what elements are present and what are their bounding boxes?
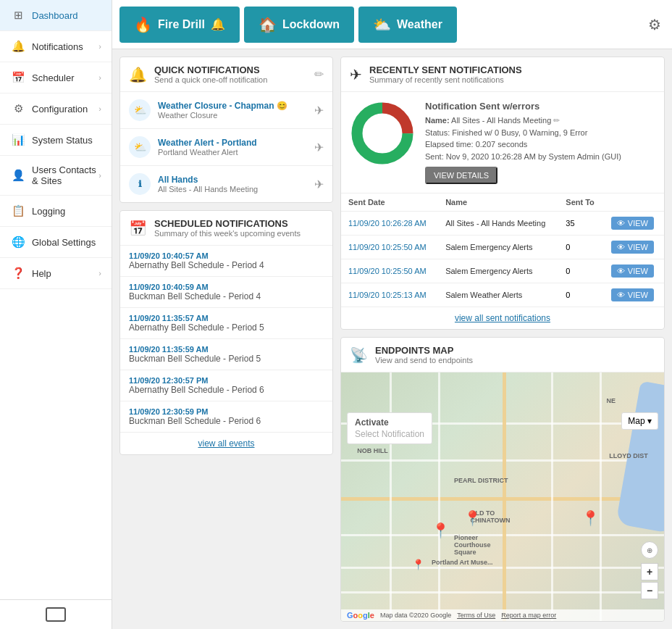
sched-item-2[interactable]: 11/09/20 10:40:59 AM Buckman Bell Schedu… — [120, 277, 332, 308]
sched-time-6: 11/09/20 12:30:59 PM — [129, 407, 324, 416]
col-sent-date: Sent Date — [341, 193, 438, 212]
view-all-sent-link[interactable]: view all sent notifications — [341, 307, 664, 329]
chevron-right-icon: › — [98, 269, 101, 278]
weather-label: Weather — [397, 18, 442, 31]
sched-item-3[interactable]: 11/09/20 11:35:57 AM Abernathy Bell Sche… — [120, 308, 332, 339]
sidebar-item-system-status[interactable]: 📊 System Status — [0, 125, 112, 156]
row4-action: 👁 VIEW — [604, 283, 664, 307]
terms-link[interactable]: Terms of Use — [457, 612, 495, 619]
user-icon: 👤 — [10, 169, 26, 182]
map-data-label: Map data ©2020 Google — [380, 612, 451, 619]
recently-sent-header: ✈ RECENTLY SENT NOTIFICATIONS Summary of… — [341, 57, 664, 92]
row4-name: Salem Weather Alerts — [438, 283, 558, 307]
donut-chart — [350, 101, 415, 166]
map-type-button[interactable]: Map ▾ — [621, 412, 658, 430]
sched-item-6[interactable]: 11/09/20 12:30:59 PM Buckman Bell Schedu… — [120, 401, 332, 433]
settings-gear-button[interactable]: ⚙ — [644, 12, 665, 37]
right-column: ✈ RECENTLY SENT NOTIFICATIONS Summary of… — [340, 57, 665, 622]
monitor-icon — [46, 607, 66, 622]
sidebar-item-label: Users Contacts & Sites — [32, 164, 98, 186]
send-icon-3[interactable]: ✈ — [314, 178, 324, 191]
sidebar-item-notifications[interactable]: 🔔 Notifications › — [0, 31, 112, 62]
map-pin-orange[interactable]: 📍 — [463, 509, 482, 527]
map-pin-green-2[interactable]: 📍 — [581, 509, 600, 527]
main-content: 🔥 Fire Drill 🔔 🏠 Lockdown ⛅ Weather ⚙ 🔔 … — [112, 0, 672, 629]
sent-summary-section: Notification Sent w/errors Name: All Sit… — [341, 92, 664, 193]
row1-name: All Sites - All Hands Meeting — [438, 212, 558, 236]
sidebar-item-scheduler[interactable]: 📅 Scheduler › — [0, 62, 112, 93]
quick-notif-text-3: All Hands All Sites - All Hands Meeting — [158, 175, 314, 193]
zoom-out-button[interactable]: − — [641, 582, 658, 599]
sent-name-text: All Sites - All Hands Meeting — [451, 116, 551, 125]
compass-button[interactable]: ⊕ — [641, 541, 658, 559]
scheduled-notifications-card: 📅 SCHEDULED NOTIFICATIONS Summary of thi… — [119, 210, 333, 455]
view-button-3[interactable]: 👁 VIEW — [611, 264, 654, 278]
view-details-button[interactable]: VIEW DETAILS — [425, 167, 497, 184]
quick-notif-title-3: All Hands — [158, 175, 314, 185]
report-link[interactable]: Report a map error — [501, 612, 556, 619]
quick-notif-item-3[interactable]: ℹ All Hands All Sites - All Hands Meetin… — [120, 166, 332, 202]
quick-notif-title-2: Weather Alert - Portland — [158, 138, 314, 148]
lockdown-button[interactable]: 🏠 Lockdown — [244, 7, 354, 43]
recently-sent-subtitle: Summary of recently sent notifications — [369, 75, 655, 84]
edit-name-icon[interactable]: ✏ — [553, 116, 560, 125]
calendar-icon: 📅 — [10, 71, 26, 84]
quick-notif-sub-1: Weather Closure — [158, 111, 314, 120]
google-logo: Google — [347, 611, 374, 620]
sidebar-item-configuration[interactable]: ⚙ Configuration › — [0, 93, 112, 125]
map-activate-overlay: Activate Select Notification — [347, 412, 432, 444]
col-name: Name — [438, 193, 558, 212]
fire-drill-label: Fire Drill — [158, 18, 205, 31]
sidebar-item-label: Notifications — [32, 41, 98, 52]
sched-item-5[interactable]: 11/09/20 12:30:57 PM Abernathy Bell Sche… — [120, 370, 332, 401]
sent-status-row: Status: Finished w/ 0 Busy, 0 Warning, 9… — [425, 127, 655, 139]
map-label-art-museum: Portland Art Muse... — [432, 559, 493, 566]
sent-notifications-table: Sent Date Name Sent To 11/09/20 10:26:28… — [341, 193, 664, 307]
table-row: 11/09/20 10:25:13 AM Salem Weather Alert… — [341, 283, 664, 307]
view-button-4[interactable]: 👁 VIEW — [611, 288, 654, 301]
sidebar-item-label: System Status — [32, 135, 101, 146]
map-pin-green-3[interactable]: 📍 — [412, 559, 424, 570]
row2-date: 11/09/20 10:25:50 AM — [341, 236, 438, 259]
sched-name-1: Abernathy Bell Schedule - Period 4 — [129, 260, 324, 270]
topbar: 🔥 Fire Drill 🔔 🏠 Lockdown ⛅ Weather ⚙ — [112, 0, 672, 49]
weather-button[interactable]: ⛅ Weather — [358, 7, 457, 43]
quick-notif-item-2[interactable]: ⛅ Weather Alert - Portland Portland Weat… — [120, 129, 332, 166]
eye-icon-3: 👁 — [617, 267, 625, 275]
view-button-2[interactable]: 👁 VIEW — [611, 241, 654, 254]
endpoints-map-subtitle: View and send to endpoints — [375, 356, 655, 365]
endpoints-map-header: 📡 ENDPOINTS MAP View and send to endpoin… — [341, 338, 664, 372]
eye-icon-1: 👁 — [617, 219, 625, 228]
sched-item-4[interactable]: 11/09/20 11:35:59 AM Buckman Bell Schedu… — [120, 339, 332, 370]
send-icon-2[interactable]: ✈ — [314, 141, 324, 154]
map-pin-green-1[interactable]: 📍 — [432, 522, 450, 539]
sidebar-item-logging[interactable]: 📋 Logging — [0, 196, 112, 227]
fire-bell-icon: 🔔 — [211, 17, 225, 31]
send-icon-1[interactable]: ✈ — [314, 104, 324, 117]
sidebar-item-dashboard[interactable]: ⊞ Dashboard — [0, 0, 112, 31]
quick-notif-item-1[interactable]: ⛅ Weather Closure - Chapman 😊 Weather Cl… — [120, 92, 332, 129]
name-label: Name: — [425, 116, 450, 125]
zoom-in-button[interactable]: + — [641, 563, 658, 580]
sidebar-item-global-settings[interactable]: 🌐 Global Settings — [0, 227, 112, 258]
sidebar-item-users[interactable]: 👤 Users Contacts & Sites › — [0, 156, 112, 196]
all-hands-icon: ℹ — [129, 173, 151, 195]
activate-label: Activate — [355, 417, 424, 428]
row3-name: Salem Emergency Alerts — [438, 259, 558, 283]
row3-action: 👁 VIEW — [604, 259, 664, 283]
view-all-events-link[interactable]: view all events — [120, 433, 332, 454]
eye-icon-4: 👁 — [617, 291, 625, 299]
edit-icon[interactable]: ✏ — [314, 67, 324, 81]
view-button-1[interactable]: 👁 VIEW — [611, 217, 654, 230]
scheduled-notifications-subtitle: Summary of this week's upcoming events — [154, 229, 324, 238]
row2-action: 👁 VIEW — [604, 236, 664, 259]
sched-item-1[interactable]: 11/09/20 10:40:57 AM Abernathy Bell Sche… — [120, 246, 332, 277]
sidebar-item-help[interactable]: ❓ Help › — [0, 258, 112, 289]
select-notification-label: Select Notification — [355, 429, 424, 439]
dashboard-icon: ⊞ — [10, 9, 26, 22]
globe-icon: 🌐 — [10, 236, 26, 249]
gear-icon: ⚙ — [10, 102, 26, 115]
sched-time-2: 11/09/20 10:40:59 AM — [129, 283, 324, 291]
row3-date: 11/09/20 10:25:50 AM — [341, 259, 438, 283]
fire-drill-button[interactable]: 🔥 Fire Drill 🔔 — [119, 7, 240, 43]
